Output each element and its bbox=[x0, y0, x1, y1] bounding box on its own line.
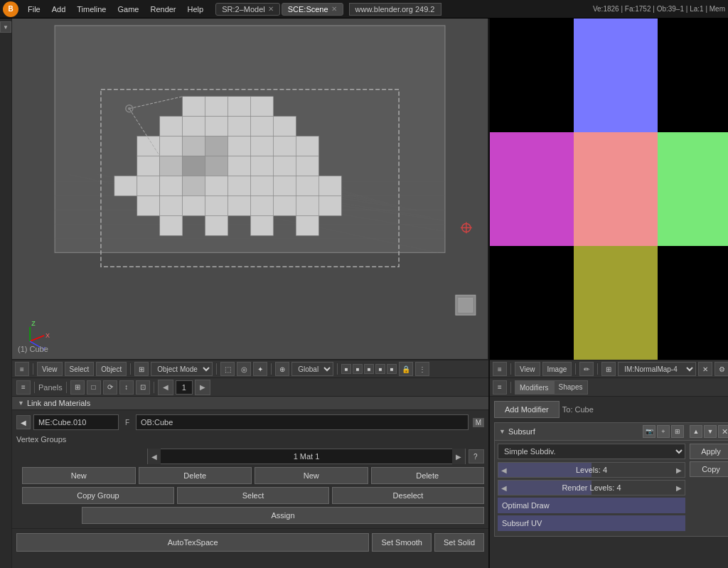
subsurf-body: Simple Subdiv. ◀ Levels: 4 ▶ bbox=[495, 441, 728, 536]
image-settings-icon[interactable]: ⚙ bbox=[714, 362, 728, 376]
apply-btn[interactable]: Apply bbox=[690, 444, 728, 459]
page-prev-btn[interactable]: ◀ bbox=[158, 380, 173, 395]
panels-toolbar: ≡ Panels ⊞ □ ⟳ ↕ ⊡ ◀ 1 ▶ bbox=[12, 378, 488, 397]
render-levels-next-btn[interactable]: ▶ bbox=[673, 484, 685, 492]
subsurf-up-icon[interactable]: ▲ bbox=[690, 425, 702, 438]
panels-icon-4[interactable]: ↕ bbox=[119, 380, 134, 395]
shapes-tab[interactable]: Shapes bbox=[554, 380, 588, 395]
svg-rect-58 bbox=[228, 195, 251, 215]
object-btn[interactable]: Object bbox=[96, 362, 127, 376]
snap-icon[interactable]: ✦ bbox=[253, 362, 267, 376]
assign-btn[interactable]: Assign bbox=[82, 507, 484, 524]
subsurf-grid-icon[interactable]: ⊞ bbox=[671, 425, 684, 438]
layer-btn-3[interactable]: ■ bbox=[364, 364, 374, 374]
layer-icon[interactable]: ⬚ bbox=[220, 362, 235, 376]
right-image-btn[interactable]: Image bbox=[542, 362, 572, 376]
vertex-groups-label: Vertex Groups bbox=[16, 433, 66, 446]
new-btn-2[interactable]: New bbox=[255, 467, 368, 484]
subsurf-delete-icon[interactable]: ✕ bbox=[718, 425, 728, 438]
properties-panel: ▼ Link and Materials ◀ ME:Cube.010 F OB:… bbox=[12, 397, 488, 568]
image-close-icon[interactable]: ✕ bbox=[698, 362, 712, 376]
svg-rect-50 bbox=[250, 176, 273, 196]
layer-btn-5[interactable]: ■ bbox=[387, 364, 397, 374]
layer-btn-2[interactable]: ■ bbox=[353, 364, 363, 374]
new-btn-1[interactable]: New bbox=[22, 467, 136, 484]
mode-select[interactable]: Object Mode bbox=[151, 362, 213, 376]
spacer bbox=[685, 425, 688, 438]
menu-help[interactable]: Help bbox=[183, 4, 209, 15]
mesh-field[interactable]: ME:Cube.010 bbox=[33, 414, 119, 430]
subsurf-add-icon[interactable]: + bbox=[657, 425, 670, 438]
mat-question-btn[interactable]: ? bbox=[469, 449, 484, 463]
subsurf-camera-icon[interactable]: 📷 bbox=[643, 425, 655, 438]
mat-next-btn[interactable]: ▶ bbox=[452, 449, 465, 464]
set-smooth-btn[interactable]: Set Smooth bbox=[372, 533, 431, 552]
select-btn[interactable]: Select bbox=[177, 487, 329, 504]
image-type-icon[interactable]: ⊞ bbox=[601, 362, 616, 376]
deselect-btn[interactable]: Deselect bbox=[332, 487, 484, 504]
render-levels-prev-btn[interactable]: ◀ bbox=[498, 484, 510, 492]
mod-tabs: Modifiers Shapes bbox=[515, 380, 588, 395]
copy-group-btn[interactable]: Copy Group bbox=[22, 487, 174, 504]
tab-close-icon-2[interactable]: ✕ bbox=[331, 5, 337, 13]
3d-viewport[interactable]: X Z Y (1) Cube bbox=[12, 18, 488, 360]
blender-org-link[interactable]: www.blender.org 249.2 bbox=[349, 3, 441, 16]
menu-render[interactable]: Render bbox=[145, 4, 181, 15]
render-levels-slider[interactable]: ◀ Render Levels: 4 ▶ bbox=[498, 480, 685, 495]
levels-prev-btn[interactable]: ◀ bbox=[498, 466, 510, 474]
mat-stepper-row: ◀ 1 Mat 1 ▶ ? bbox=[16, 447, 484, 466]
extra-icon[interactable]: ⋮ bbox=[415, 362, 429, 376]
view-btn[interactable]: View bbox=[37, 362, 63, 376]
delete-btn-1[interactable]: Delete bbox=[139, 467, 252, 484]
select-btn[interactable]: Select bbox=[65, 362, 95, 376]
panels-icon-5[interactable]: ⊡ bbox=[136, 380, 150, 395]
info-bar: Ve:1826 | Fa:1752 | Ob:39–1 | La:1 | Mem bbox=[593, 5, 725, 13]
lock-icon[interactable]: 🔒 bbox=[399, 362, 413, 376]
copy-btn[interactable]: Copy bbox=[690, 461, 728, 477]
page-next-btn[interactable]: ▶ bbox=[195, 380, 210, 395]
right-menu-icon[interactable]: ≡ bbox=[493, 362, 507, 376]
menu-file[interactable]: File bbox=[23, 4, 46, 15]
panels-menu-icon[interactable]: ≡ bbox=[16, 380, 31, 395]
collapse-triangle[interactable]: ▼ bbox=[18, 400, 24, 407]
subsurf-uv-btn[interactable]: Subsurf UV bbox=[498, 515, 685, 531]
panels-icon-3[interactable]: ⟳ bbox=[103, 380, 117, 395]
m-label[interactable]: M bbox=[473, 418, 484, 427]
delete-btn-2[interactable]: Delete bbox=[371, 467, 485, 484]
mat-prev-btn[interactable]: ◀ bbox=[148, 449, 161, 464]
modifiers-tab[interactable]: Modifiers bbox=[515, 380, 554, 395]
levels-next-btn[interactable]: ▶ bbox=[673, 466, 685, 474]
global-select[interactable]: Global bbox=[291, 362, 333, 376]
paint-icon[interactable]: ✏ bbox=[579, 362, 594, 376]
panels-icon-2[interactable]: □ bbox=[87, 380, 101, 395]
layer-btn-4[interactable]: ■ bbox=[375, 364, 385, 374]
menu-add[interactable]: Add bbox=[47, 4, 71, 15]
mod-menu-icon[interactable]: ≡ bbox=[493, 380, 507, 395]
viewport-menu-icon[interactable]: ≡ bbox=[15, 362, 29, 376]
render-icon[interactable]: ◎ bbox=[237, 362, 251, 376]
svg-rect-19 bbox=[205, 97, 228, 117]
global-icon[interactable]: ⊕ bbox=[275, 362, 289, 376]
autotexspace-btn[interactable]: AutoTexSpace bbox=[16, 533, 369, 552]
optimal-draw-btn[interactable]: Optimal Draw bbox=[498, 498, 685, 513]
tab-sce-scene[interactable]: SCE:Scene ✕ bbox=[282, 3, 343, 16]
svg-rect-24 bbox=[205, 117, 228, 136]
left-nav-btn[interactable]: ▼ bbox=[0, 21, 11, 33]
panels-icon-1[interactable]: ⊞ bbox=[70, 380, 85, 395]
set-solid-btn[interactable]: Set Solid bbox=[434, 533, 484, 552]
menu-timeline[interactable]: Timeline bbox=[72, 4, 111, 15]
mesh-prev-btn[interactable]: ◀ bbox=[16, 415, 31, 429]
subsurf-down-icon[interactable]: ▼ bbox=[704, 425, 717, 438]
ob-field[interactable]: OB:Cube bbox=[136, 414, 469, 430]
layer-btn-1[interactable]: ■ bbox=[341, 364, 351, 374]
levels-slider[interactable]: ◀ Levels: 4 ▶ bbox=[498, 462, 685, 478]
add-modifier-btn[interactable]: Add Modifier bbox=[494, 401, 560, 418]
subsurf-type-select[interactable]: Simple Subdiv. bbox=[498, 444, 685, 459]
mode-icon[interactable]: ⊞ bbox=[134, 362, 149, 376]
tab-sr2-model[interactable]: SR:2–Model ✕ bbox=[215, 3, 280, 16]
image-name-select[interactable]: IM:NormalMap-4 bbox=[618, 362, 696, 376]
subsurf-collapse[interactable]: ▼ bbox=[499, 428, 505, 435]
right-view-btn[interactable]: View bbox=[515, 362, 540, 376]
tab-close-icon[interactable]: ✕ bbox=[268, 5, 274, 13]
menu-game[interactable]: Game bbox=[112, 4, 144, 15]
